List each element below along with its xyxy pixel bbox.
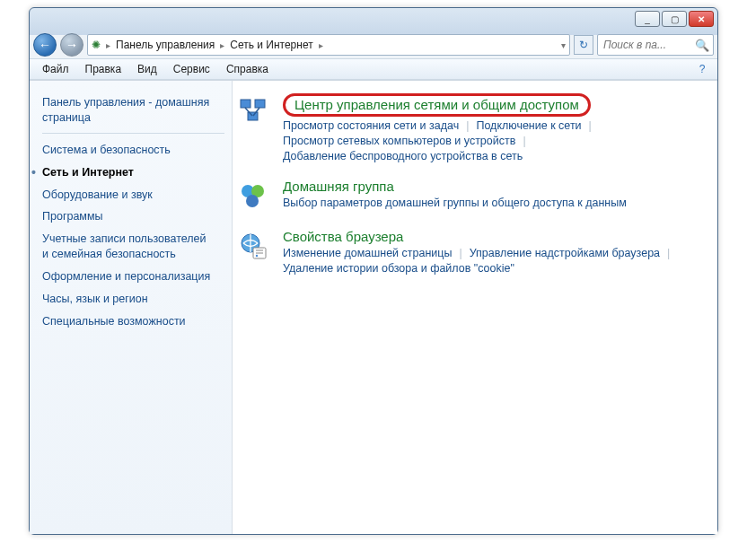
menu-help[interactable]: Справка	[219, 61, 276, 77]
breadcrumb-item-0[interactable]: Панель управления	[116, 39, 215, 51]
help-icon[interactable]: ?	[692, 61, 712, 77]
chevron-right-icon: ▸	[106, 40, 110, 50]
menu-bar: Файл Правка Вид Сервис Справка ?	[30, 58, 717, 80]
chevron-right-icon: ▸	[319, 40, 323, 50]
breadcrumb[interactable]: ✺ ▸ Панель управления ▸ Сеть и Интернет …	[87, 34, 570, 56]
sidebar: Панель управления - домашняя страница Си…	[30, 81, 232, 534]
back-button[interactable]: ←	[33, 33, 57, 57]
menu-view[interactable]: Вид	[130, 61, 164, 77]
window-titlebar: _ ▢ ✕	[30, 8, 717, 31]
sidebar-item-system-security[interactable]: Система и безопасность	[42, 139, 224, 162]
content-pane: Центр управления сетями и общим доступом…	[233, 81, 717, 534]
link-choose-homegroup-options[interactable]: Выбор параметров домашней группы и общег…	[283, 197, 627, 209]
sidebar-item-network-internet[interactable]: Сеть и Интернет	[42, 162, 224, 184]
internet-options-icon	[236, 229, 270, 263]
network-center-icon	[236, 93, 270, 127]
menu-tools[interactable]: Сервис	[166, 61, 217, 77]
link-delete-browsing-history[interactable]: Удаление истории обзора и файлов "cookie…	[283, 262, 514, 275]
sidebar-item-programs[interactable]: Программы	[42, 206, 224, 228]
search-box[interactable]: 🔍	[597, 34, 714, 56]
forward-button[interactable]: →	[60, 33, 83, 57]
divider	[42, 133, 224, 134]
link-view-network-status[interactable]: Просмотр состояния сети и задач	[283, 119, 459, 132]
chevron-right-icon: ▸	[220, 40, 224, 50]
search-input[interactable]	[602, 38, 695, 52]
svg-point-13	[256, 255, 258, 257]
control-panel-window: _ ▢ ✕ ← → ✺ ▸ Панель управления ▸ Сеть и…	[29, 7, 718, 535]
breadcrumb-item-1[interactable]: Сеть и Интернет	[230, 39, 312, 51]
sidebar-item-hardware-sound[interactable]: Оборудование и звук	[42, 184, 224, 206]
group-internet-options: Свойства браузера Изменение домашней стр…	[236, 229, 708, 275]
maximize-button[interactable]: ▢	[662, 11, 687, 27]
link-change-homepage[interactable]: Изменение домашней страницы	[283, 247, 452, 259]
link-manage-addons[interactable]: Управление надстройками браузера	[470, 247, 660, 259]
sidebar-item-clock-language[interactable]: Часы, язык и регион	[42, 288, 224, 311]
svg-rect-1	[255, 100, 265, 108]
group-homegroup: Домашняя группа Выбор параметров домашне…	[236, 179, 708, 213]
link-connect-to-network[interactable]: Подключение к сети	[476, 119, 581, 132]
navigation-bar: ← → ✺ ▸ Панель управления ▸ Сеть и Интер…	[30, 31, 717, 58]
link-internet-options[interactable]: Свойства браузера	[283, 229, 403, 244]
svg-point-7	[246, 195, 259, 207]
search-icon: 🔍	[695, 39, 709, 52]
sidebar-item-user-accounts[interactable]: Учетные записи пользователей и семейная …	[42, 228, 213, 266]
dropdown-icon[interactable]: ▾	[561, 40, 566, 50]
link-view-network-computers[interactable]: Просмотр сетевых компьютеров и устройств	[283, 135, 515, 147]
homegroup-icon	[236, 179, 270, 213]
link-network-sharing-center[interactable]: Центр управления сетями и общим доступом	[283, 93, 591, 117]
menu-file[interactable]: Файл	[35, 61, 76, 77]
minimize-button[interactable]: _	[635, 11, 660, 27]
sidebar-item-appearance[interactable]: Оформление и персонализация	[42, 266, 213, 288]
link-homegroup[interactable]: Домашняя группа	[283, 179, 394, 194]
sidebar-home-link[interactable]: Панель управления - домашняя страница	[42, 92, 213, 129]
control-panel-icon: ✺	[92, 39, 101, 51]
svg-rect-0	[241, 100, 250, 108]
menu-edit[interactable]: Правка	[78, 61, 129, 77]
close-button[interactable]: ✕	[689, 11, 714, 27]
link-add-wireless-device[interactable]: Добавление беспроводного устройства в се…	[283, 150, 523, 162]
sidebar-item-ease-of-access[interactable]: Специальные возможности	[42, 311, 224, 333]
refresh-button[interactable]: ↻	[574, 35, 593, 55]
group-network-sharing-center: Центр управления сетями и общим доступом…	[236, 93, 708, 162]
